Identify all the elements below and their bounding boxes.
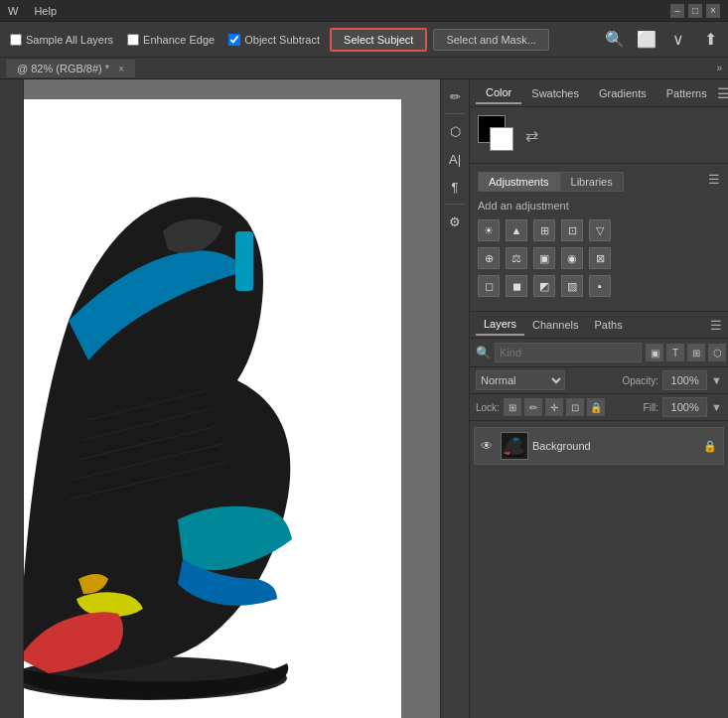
layer-visibility-icon[interactable]: 👁	[481, 439, 497, 453]
enhance-edge-input[interactable]	[127, 34, 139, 46]
selective-color-icon[interactable]: ▪	[589, 275, 611, 297]
adjustments-tabs: Adjustments Libraries ☰	[478, 172, 720, 192]
adjustment-icons-row-3: ◻ ◼ ◩ ▨ ▪	[478, 275, 720, 297]
brightness-adj-icon[interactable]: ☀	[478, 219, 500, 241]
tab-swatches[interactable]: Swatches	[521, 83, 589, 103]
layer-name: Background	[532, 440, 699, 452]
channel-mix-icon[interactable]: ⊠	[589, 247, 611, 269]
levels-adj-icon[interactable]: ▲	[506, 219, 527, 241]
fill-input[interactable]	[662, 397, 707, 417]
add-adjustment-label: Add an adjustment	[478, 200, 720, 212]
lasso-tool-icon[interactable]: ⬡	[442, 118, 468, 144]
layers-search-row: 🔍 ▣ T ⊞ ⬡ ✦ ●	[470, 339, 728, 367]
document-tab-label: @ 82% (RGB/8#) *	[17, 63, 109, 74]
maximize-button[interactable]: □	[688, 4, 702, 18]
separator-1	[445, 113, 465, 114]
layers-list: 👁 Background 🔒	[470, 421, 728, 718]
tab-layers[interactable]: Layers	[476, 314, 524, 336]
fill-label: Fill:	[644, 402, 659, 413]
minimize-button[interactable]: –	[670, 4, 684, 18]
object-subtract-input[interactable]	[228, 34, 240, 46]
hsl-adj-icon[interactable]: ⊕	[478, 247, 500, 269]
document-tab-close[interactable]: ×	[118, 64, 124, 74]
object-subtract-label: Object Subtract	[244, 34, 320, 46]
search-button[interactable]: 🔍	[603, 28, 627, 52]
lock-all-icon[interactable]: 🔒	[587, 398, 605, 416]
curves-adj-icon[interactable]: ⊞	[533, 219, 555, 241]
brush-tool-icon[interactable]: ✏	[442, 83, 468, 109]
lock-image-icon[interactable]: ✏	[524, 398, 542, 416]
main-area: ✏ ⬡ A| ¶ ⚙ Color Swatches Gradients Patt…	[0, 79, 728, 718]
select-subject-button[interactable]: Select Subject	[330, 28, 427, 52]
adjustments-menu-icon[interactable]: ☰	[708, 172, 720, 192]
sample-all-checkbox-input[interactable]	[10, 34, 22, 46]
lock-label: Lock:	[476, 402, 500, 413]
opacity-arrow-icon[interactable]: ▼	[711, 374, 722, 386]
shoe-illustration	[24, 142, 327, 718]
menu-item-help[interactable]: Help	[34, 5, 57, 17]
exposure-adj-icon[interactable]: ⊡	[561, 219, 583, 241]
tab-paths[interactable]: Paths	[587, 315, 631, 335]
adjustments-panel: Adjustments Libraries ☰ Add an adjustmen…	[470, 164, 728, 311]
table-row[interactable]: 👁 Background 🔒	[474, 427, 724, 465]
filter-type-icon[interactable]: T	[666, 344, 684, 361]
type-tool-icon[interactable]: A|	[442, 146, 468, 172]
background-color-swatch[interactable]	[490, 127, 513, 151]
fill-arrow-icon[interactable]: ▼	[711, 401, 722, 413]
bw-adj-icon[interactable]: ▣	[533, 247, 555, 269]
tab-channels[interactable]: Channels	[524, 315, 586, 335]
layers-search-input[interactable]	[495, 343, 642, 362]
opacity-input[interactable]	[662, 370, 707, 390]
threshold-adj-icon[interactable]: ◩	[533, 275, 555, 297]
color-display: ⇄	[470, 107, 728, 163]
share-button[interactable]: ⬆	[698, 28, 722, 52]
layer-thumbnail	[501, 432, 528, 460]
select-and-mask-button[interactable]: Select and Mask...	[433, 29, 549, 51]
panel-menu-icon[interactable]: ☰	[717, 85, 728, 101]
filter-pixel-icon[interactable]: ▣	[646, 344, 663, 361]
color-panel: Color Swatches Gradients Patterns ☰ ⇄	[470, 79, 728, 164]
enhance-edge-label: Enhance Edge	[143, 34, 215, 46]
tab-adjustments[interactable]: Adjustments	[478, 172, 560, 192]
toolbar-right: 🔍 ⬜ ∨ ⬆	[603, 28, 722, 52]
blend-mode-select[interactable]: Normal	[476, 370, 565, 390]
main-toolbar: Sample All Layers Enhance Edge Object Su…	[0, 22, 728, 58]
chevron-down-button[interactable]: ∨	[666, 28, 690, 52]
invert-adj-icon[interactable]: ◻	[478, 275, 500, 297]
paragraph-tool-icon[interactable]: ¶	[442, 174, 468, 200]
collapse-arrow[interactable]: »	[716, 63, 722, 73]
side-panel-icons: ✏ ⬡ A| ¶ ⚙	[440, 79, 470, 718]
posterize-adj-icon[interactable]: ◼	[506, 275, 527, 297]
menu-item-w[interactable]: W	[8, 5, 18, 17]
filter-shape-icon[interactable]: ⊞	[687, 344, 705, 361]
title-bar-controls: – □ ×	[670, 4, 720, 18]
filter-smart-icon[interactable]: ⬡	[708, 344, 726, 361]
tab-color[interactable]: Color	[476, 82, 521, 104]
adjust-tool-icon[interactable]: ⚙	[442, 209, 468, 234]
lock-artboard-icon[interactable]: ⊡	[566, 398, 584, 416]
document-tab[interactable]: @ 82% (RGB/8#) * ×	[6, 60, 135, 77]
color-panel-tabs: Color Swatches Gradients Patterns ☰	[470, 79, 728, 107]
window-button[interactable]: ⬜	[635, 28, 658, 52]
object-subtract-checkbox[interactable]: Object Subtract	[224, 32, 324, 48]
title-bar-left: W Help	[8, 5, 57, 17]
search-layers-icon: 🔍	[476, 346, 491, 359]
tab-libraries[interactable]: Libraries	[560, 172, 624, 192]
swap-colors-icon[interactable]: ⇄	[525, 126, 538, 145]
lock-transparent-icon[interactable]: ⊞	[504, 398, 521, 416]
canvas-inner	[24, 99, 440, 718]
lock-position-icon[interactable]: ✛	[545, 398, 563, 416]
tab-patterns[interactable]: Patterns	[656, 83, 717, 103]
vibrance-adj-icon[interactable]: ▽	[589, 219, 611, 241]
gradient-map-icon[interactable]: ▨	[561, 275, 583, 297]
layers-lock-row: Lock: ⊞ ✏ ✛ ⊡ 🔒 Fill: ▼	[470, 394, 728, 421]
tab-gradients[interactable]: Gradients	[589, 83, 656, 103]
enhance-edge-checkbox[interactable]: Enhance Edge	[123, 32, 218, 48]
adjustment-icons-row-2: ⊕ ⚖ ▣ ◉ ⊠	[478, 247, 720, 269]
close-button[interactable]: ×	[706, 4, 720, 18]
photo-filter-icon[interactable]: ◉	[561, 247, 583, 269]
sample-all-layers-checkbox[interactable]: Sample All Layers	[6, 32, 117, 48]
layers-menu-icon[interactable]: ☰	[710, 318, 722, 333]
layer-lock-icon: 🔒	[703, 440, 717, 453]
balance-adj-icon[interactable]: ⚖	[506, 247, 527, 269]
